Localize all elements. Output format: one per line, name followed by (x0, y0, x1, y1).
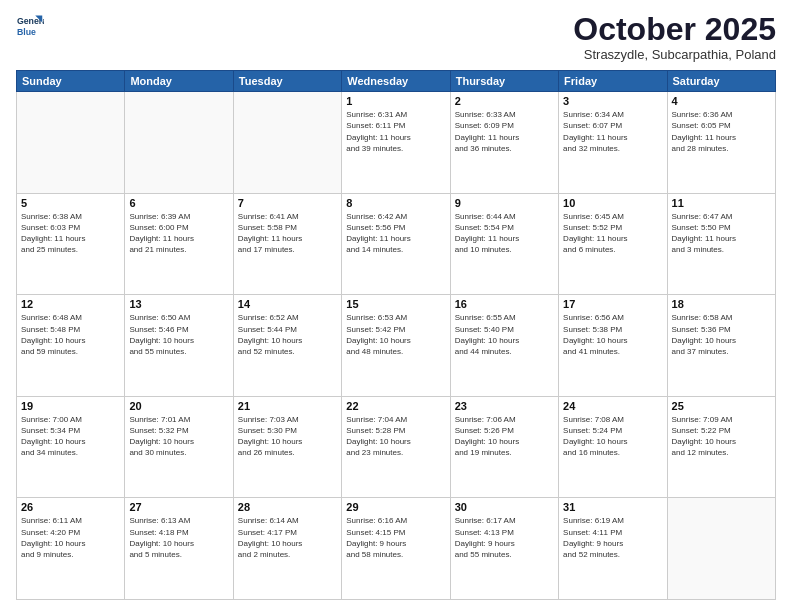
day-number: 6 (129, 197, 228, 209)
day-cell: 17Sunrise: 6:56 AM Sunset: 5:38 PM Dayli… (559, 295, 667, 397)
day-info: Sunrise: 6:53 AM Sunset: 5:42 PM Dayligh… (346, 312, 445, 357)
day-cell: 27Sunrise: 6:13 AM Sunset: 4:18 PM Dayli… (125, 498, 233, 600)
week-row-1: 1Sunrise: 6:31 AM Sunset: 6:11 PM Daylig… (17, 92, 776, 194)
day-cell: 14Sunrise: 6:52 AM Sunset: 5:44 PM Dayli… (233, 295, 341, 397)
day-info: Sunrise: 6:13 AM Sunset: 4:18 PM Dayligh… (129, 515, 228, 560)
day-number: 29 (346, 501, 445, 513)
day-cell: 23Sunrise: 7:06 AM Sunset: 5:26 PM Dayli… (450, 396, 558, 498)
day-info: Sunrise: 6:38 AM Sunset: 6:03 PM Dayligh… (21, 211, 120, 256)
logo-icon: General Blue (16, 12, 44, 40)
day-info: Sunrise: 7:06 AM Sunset: 5:26 PM Dayligh… (455, 414, 554, 459)
day-info: Sunrise: 6:52 AM Sunset: 5:44 PM Dayligh… (238, 312, 337, 357)
day-number: 22 (346, 400, 445, 412)
week-row-2: 5Sunrise: 6:38 AM Sunset: 6:03 PM Daylig… (17, 193, 776, 295)
day-cell: 24Sunrise: 7:08 AM Sunset: 5:24 PM Dayli… (559, 396, 667, 498)
day-cell: 10Sunrise: 6:45 AM Sunset: 5:52 PM Dayli… (559, 193, 667, 295)
day-info: Sunrise: 6:36 AM Sunset: 6:05 PM Dayligh… (672, 109, 771, 154)
day-number: 14 (238, 298, 337, 310)
day-cell: 20Sunrise: 7:01 AM Sunset: 5:32 PM Dayli… (125, 396, 233, 498)
day-cell: 11Sunrise: 6:47 AM Sunset: 5:50 PM Dayli… (667, 193, 775, 295)
day-info: Sunrise: 7:04 AM Sunset: 5:28 PM Dayligh… (346, 414, 445, 459)
day-number: 12 (21, 298, 120, 310)
logo: General Blue (16, 12, 44, 40)
week-row-4: 19Sunrise: 7:00 AM Sunset: 5:34 PM Dayli… (17, 396, 776, 498)
day-number: 13 (129, 298, 228, 310)
day-info: Sunrise: 6:58 AM Sunset: 5:36 PM Dayligh… (672, 312, 771, 357)
day-cell: 3Sunrise: 6:34 AM Sunset: 6:07 PM Daylig… (559, 92, 667, 194)
day-cell: 21Sunrise: 7:03 AM Sunset: 5:30 PM Dayli… (233, 396, 341, 498)
day-cell: 25Sunrise: 7:09 AM Sunset: 5:22 PM Dayli… (667, 396, 775, 498)
day-cell: 18Sunrise: 6:58 AM Sunset: 5:36 PM Dayli… (667, 295, 775, 397)
weekday-header-friday: Friday (559, 71, 667, 92)
day-cell: 13Sunrise: 6:50 AM Sunset: 5:46 PM Dayli… (125, 295, 233, 397)
day-number: 30 (455, 501, 554, 513)
weekday-header-monday: Monday (125, 71, 233, 92)
day-cell: 5Sunrise: 6:38 AM Sunset: 6:03 PM Daylig… (17, 193, 125, 295)
calendar-table: SundayMondayTuesdayWednesdayThursdayFrid… (16, 70, 776, 600)
day-info: Sunrise: 6:17 AM Sunset: 4:13 PM Dayligh… (455, 515, 554, 560)
day-info: Sunrise: 7:00 AM Sunset: 5:34 PM Dayligh… (21, 414, 120, 459)
day-number: 2 (455, 95, 554, 107)
day-info: Sunrise: 6:47 AM Sunset: 5:50 PM Dayligh… (672, 211, 771, 256)
weekday-header-row: SundayMondayTuesdayWednesdayThursdayFrid… (17, 71, 776, 92)
day-number: 3 (563, 95, 662, 107)
svg-text:Blue: Blue (17, 27, 36, 37)
day-info: Sunrise: 6:19 AM Sunset: 4:11 PM Dayligh… (563, 515, 662, 560)
day-info: Sunrise: 6:44 AM Sunset: 5:54 PM Dayligh… (455, 211, 554, 256)
header: General Blue October 2025 Straszydle, Su… (16, 12, 776, 62)
day-cell (233, 92, 341, 194)
day-info: Sunrise: 6:34 AM Sunset: 6:07 PM Dayligh… (563, 109, 662, 154)
day-cell: 19Sunrise: 7:00 AM Sunset: 5:34 PM Dayli… (17, 396, 125, 498)
day-number: 27 (129, 501, 228, 513)
day-number: 5 (21, 197, 120, 209)
day-cell: 4Sunrise: 6:36 AM Sunset: 6:05 PM Daylig… (667, 92, 775, 194)
day-number: 9 (455, 197, 554, 209)
day-cell: 31Sunrise: 6:19 AM Sunset: 4:11 PM Dayli… (559, 498, 667, 600)
day-info: Sunrise: 6:33 AM Sunset: 6:09 PM Dayligh… (455, 109, 554, 154)
day-cell (17, 92, 125, 194)
day-info: Sunrise: 7:01 AM Sunset: 5:32 PM Dayligh… (129, 414, 228, 459)
day-number: 15 (346, 298, 445, 310)
day-info: Sunrise: 7:09 AM Sunset: 5:22 PM Dayligh… (672, 414, 771, 459)
day-number: 10 (563, 197, 662, 209)
day-info: Sunrise: 7:08 AM Sunset: 5:24 PM Dayligh… (563, 414, 662, 459)
day-cell (125, 92, 233, 194)
day-info: Sunrise: 6:14 AM Sunset: 4:17 PM Dayligh… (238, 515, 337, 560)
day-number: 23 (455, 400, 554, 412)
day-cell: 15Sunrise: 6:53 AM Sunset: 5:42 PM Dayli… (342, 295, 450, 397)
day-number: 17 (563, 298, 662, 310)
day-cell: 22Sunrise: 7:04 AM Sunset: 5:28 PM Dayli… (342, 396, 450, 498)
day-number: 19 (21, 400, 120, 412)
weekday-header-saturday: Saturday (667, 71, 775, 92)
day-number: 11 (672, 197, 771, 209)
day-cell (667, 498, 775, 600)
location: Straszydle, Subcarpathia, Poland (573, 47, 776, 62)
day-number: 1 (346, 95, 445, 107)
day-number: 21 (238, 400, 337, 412)
day-cell: 28Sunrise: 6:14 AM Sunset: 4:17 PM Dayli… (233, 498, 341, 600)
weekday-header-tuesday: Tuesday (233, 71, 341, 92)
day-number: 25 (672, 400, 771, 412)
weekday-header-thursday: Thursday (450, 71, 558, 92)
day-number: 16 (455, 298, 554, 310)
week-row-5: 26Sunrise: 6:11 AM Sunset: 4:20 PM Dayli… (17, 498, 776, 600)
day-info: Sunrise: 6:39 AM Sunset: 6:00 PM Dayligh… (129, 211, 228, 256)
day-cell: 2Sunrise: 6:33 AM Sunset: 6:09 PM Daylig… (450, 92, 558, 194)
week-row-3: 12Sunrise: 6:48 AM Sunset: 5:48 PM Dayli… (17, 295, 776, 397)
day-cell: 1Sunrise: 6:31 AM Sunset: 6:11 PM Daylig… (342, 92, 450, 194)
day-cell: 8Sunrise: 6:42 AM Sunset: 5:56 PM Daylig… (342, 193, 450, 295)
day-info: Sunrise: 6:41 AM Sunset: 5:58 PM Dayligh… (238, 211, 337, 256)
day-cell: 6Sunrise: 6:39 AM Sunset: 6:00 PM Daylig… (125, 193, 233, 295)
day-number: 26 (21, 501, 120, 513)
day-cell: 29Sunrise: 6:16 AM Sunset: 4:15 PM Dayli… (342, 498, 450, 600)
day-number: 18 (672, 298, 771, 310)
day-info: Sunrise: 6:42 AM Sunset: 5:56 PM Dayligh… (346, 211, 445, 256)
title-block: October 2025 Straszydle, Subcarpathia, P… (573, 12, 776, 62)
day-cell: 16Sunrise: 6:55 AM Sunset: 5:40 PM Dayli… (450, 295, 558, 397)
day-info: Sunrise: 6:45 AM Sunset: 5:52 PM Dayligh… (563, 211, 662, 256)
day-number: 20 (129, 400, 228, 412)
day-info: Sunrise: 6:50 AM Sunset: 5:46 PM Dayligh… (129, 312, 228, 357)
day-number: 4 (672, 95, 771, 107)
day-number: 28 (238, 501, 337, 513)
day-number: 24 (563, 400, 662, 412)
